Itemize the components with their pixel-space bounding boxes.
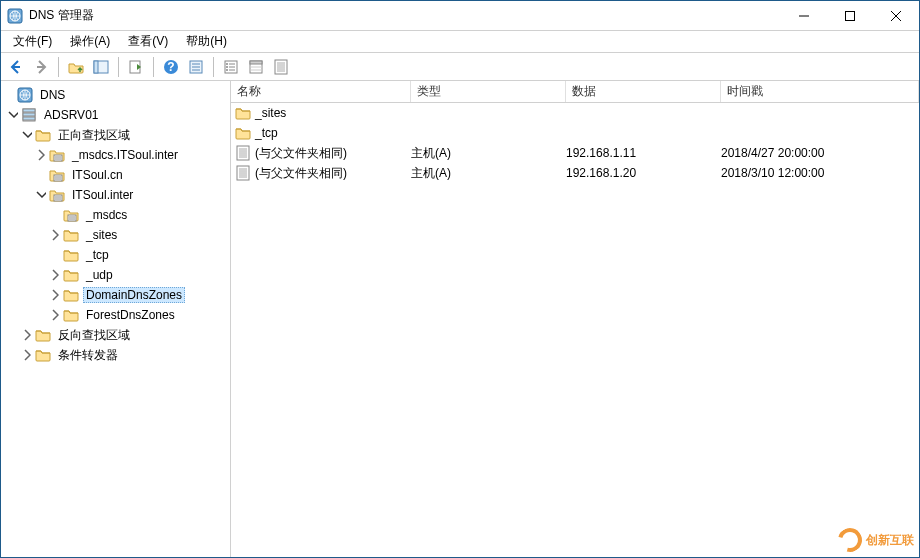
menu-action[interactable]: 操作(A) xyxy=(62,31,118,52)
tree-sub-msdcs[interactable]: _msdcs xyxy=(1,205,230,225)
folder-icon xyxy=(63,267,79,283)
folder-icon xyxy=(63,287,79,303)
tree-zone-itsoul-cn[interactable]: ITSoul.cn xyxy=(1,165,230,185)
tree-reverse-zones[interactable]: 反向查找区域 xyxy=(1,325,230,345)
properties-button[interactable] xyxy=(185,56,207,78)
toolbar-separator xyxy=(153,57,154,77)
minimize-button[interactable] xyxy=(781,1,827,31)
chevron-right-icon[interactable] xyxy=(49,289,61,301)
tree-label: 反向查找区域 xyxy=(55,326,133,345)
chevron-down-icon[interactable] xyxy=(7,109,19,121)
dns-manager-window: DNS 管理器 文件(F) 操作(A) 查看(V) 帮助(H) xyxy=(0,0,920,558)
tree-sub-sites[interactable]: _sites xyxy=(1,225,230,245)
cell-data: 192.168.1.11 xyxy=(566,146,721,160)
list-row[interactable]: (与父文件夹相同)主机(A)192.168.1.202018/3/10 12:0… xyxy=(231,163,919,183)
tree-pane[interactable]: DNS ADSRV01 xyxy=(1,81,231,557)
list-row[interactable]: _sites xyxy=(231,103,919,123)
folder-icon xyxy=(35,347,51,363)
folder-icon xyxy=(63,227,79,243)
cell-name: _sites xyxy=(255,106,286,120)
tree-sub-udp[interactable]: _udp xyxy=(1,265,230,285)
tree-conditional-forwarders[interactable]: 条件转发器 xyxy=(1,345,230,365)
column-header-type[interactable]: 类型 xyxy=(411,81,566,102)
tree-label: DNS xyxy=(37,87,68,103)
tree-label: ITSoul.inter xyxy=(69,187,136,203)
chevron-right-icon[interactable] xyxy=(21,349,33,361)
svg-rect-36 xyxy=(846,11,855,20)
zone-icon xyxy=(49,167,65,183)
up-level-button[interactable] xyxy=(65,56,87,78)
show-panes-button[interactable] xyxy=(90,56,112,78)
folder-icon xyxy=(235,125,251,141)
list-body[interactable]: _sites_tcp(与父文件夹相同)主机(A)192.168.1.112018… xyxy=(231,103,919,557)
titlebar: DNS 管理器 xyxy=(1,1,919,31)
folder-icon xyxy=(63,247,79,263)
tree-label: 正向查找区域 xyxy=(55,126,133,145)
chevron-right-icon[interactable] xyxy=(49,269,61,281)
maximize-button[interactable] xyxy=(827,1,873,31)
chevron-down-icon[interactable] xyxy=(21,129,33,141)
column-header-timestamp[interactable]: 时间戳 xyxy=(721,81,919,102)
toolbar-separator xyxy=(118,57,119,77)
column-header-name[interactable]: 名称 xyxy=(231,81,411,102)
tree-zone-msdcs-inter[interactable]: _msdcs.ITSoul.inter xyxy=(1,145,230,165)
cell-name: (与父文件夹相同) xyxy=(255,165,347,182)
cell-type: 主机(A) xyxy=(411,165,566,182)
server-icon xyxy=(21,107,37,123)
tree-label: ITSoul.cn xyxy=(69,167,126,183)
menubar: 文件(F) 操作(A) 查看(V) 帮助(H) xyxy=(1,31,919,53)
tree-label: _tcp xyxy=(83,247,112,263)
tree-root-dns[interactable]: DNS xyxy=(1,85,230,105)
folder-icon xyxy=(35,127,51,143)
cell-timestamp: 2018/4/27 20:00:00 xyxy=(721,146,919,160)
folder-icon xyxy=(235,105,251,121)
detail-view-button[interactable] xyxy=(245,56,267,78)
chevron-right-icon[interactable] xyxy=(49,309,61,321)
list-row[interactable]: (与父文件夹相同)主机(A)192.168.1.112018/4/27 20:0… xyxy=(231,143,919,163)
chevron-right-icon[interactable] xyxy=(49,229,61,241)
tree-label: _sites xyxy=(83,227,120,243)
menu-view[interactable]: 查看(V) xyxy=(120,31,176,52)
window-title: DNS 管理器 xyxy=(29,7,781,24)
tree-label: _udp xyxy=(83,267,116,283)
list-header: 名称 类型 数据 时间戳 xyxy=(231,81,919,103)
zone-icon xyxy=(63,207,79,223)
record-icon xyxy=(235,165,251,181)
tree-label: ADSRV01 xyxy=(41,107,101,123)
nav-back-button[interactable] xyxy=(5,56,27,78)
folder-icon xyxy=(35,327,51,343)
folder-icon xyxy=(63,307,79,323)
list-pane: 名称 类型 数据 时间戳 _sites_tcp(与父文件夹相同)主机(A)192… xyxy=(231,81,919,557)
help-button[interactable] xyxy=(160,56,182,78)
toolbar-separator xyxy=(213,57,214,77)
tree-sub-tcp[interactable]: _tcp xyxy=(1,245,230,265)
menu-file[interactable]: 文件(F) xyxy=(5,31,60,52)
cell-type: 主机(A) xyxy=(411,145,566,162)
toolbar-separator xyxy=(58,57,59,77)
export-list-button[interactable] xyxy=(125,56,147,78)
tree-sub-domaindnszones[interactable]: DomainDnsZones xyxy=(1,285,230,305)
chevron-right-icon[interactable] xyxy=(21,329,33,341)
nav-forward-button[interactable] xyxy=(30,56,52,78)
list-row[interactable]: _tcp xyxy=(231,123,919,143)
column-header-data[interactable]: 数据 xyxy=(566,81,721,102)
cell-name: (与父文件夹相同) xyxy=(255,145,347,162)
tree-zone-itsoul-inter[interactable]: ITSoul.inter xyxy=(1,185,230,205)
tree-label: 条件转发器 xyxy=(55,346,121,365)
zone-icon xyxy=(49,187,65,203)
chevron-right-icon[interactable] xyxy=(35,149,47,161)
cell-timestamp: 2018/3/10 12:00:00 xyxy=(721,166,919,180)
zone-icon xyxy=(49,147,65,163)
tree-server[interactable]: ADSRV01 xyxy=(1,105,230,125)
list-view-button[interactable] xyxy=(220,56,242,78)
tree-label: ForestDnsZones xyxy=(83,307,178,323)
close-button[interactable] xyxy=(873,1,919,31)
cell-data: 192.168.1.20 xyxy=(566,166,721,180)
menu-help[interactable]: 帮助(H) xyxy=(178,31,235,52)
dns-icon xyxy=(17,87,33,103)
tree-forward-zones[interactable]: 正向查找区域 xyxy=(1,125,230,145)
record-icon xyxy=(235,145,251,161)
chevron-down-icon[interactable] xyxy=(35,189,47,201)
small-icons-button[interactable] xyxy=(270,56,292,78)
tree-sub-forestdnszones[interactable]: ForestDnsZones xyxy=(1,305,230,325)
